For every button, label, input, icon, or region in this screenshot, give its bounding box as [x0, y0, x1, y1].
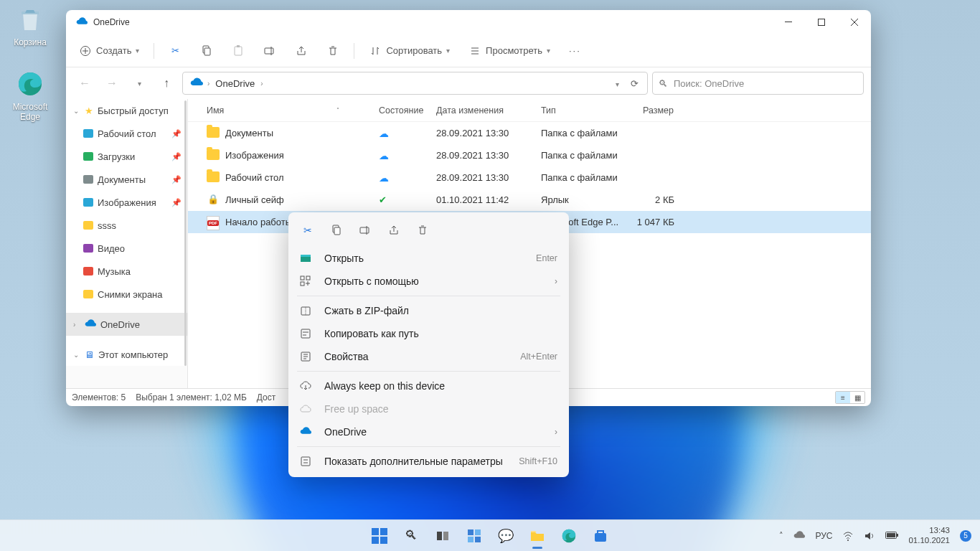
- col-type[interactable]: Тип: [541, 99, 627, 121]
- ctx-rename-button[interactable]: [353, 220, 377, 241]
- search-button[interactable]: 🔍︎: [397, 522, 425, 550]
- refresh-button[interactable]: ⟳: [626, 78, 643, 89]
- cut-button[interactable]: ✂: [161, 40, 189, 62]
- more-button[interactable]: ···: [562, 41, 588, 60]
- minimize-button[interactable]: [772, 10, 805, 34]
- ctx-properties[interactable]: Свойства Alt+Enter: [288, 345, 569, 368]
- menu-separator: [297, 296, 560, 296]
- search-box[interactable]: 🔍︎ Поиск: OneDrive: [652, 72, 864, 95]
- ctx-show-more[interactable]: Показать дополнительные параметры Shift+…: [288, 450, 569, 473]
- svg-rect-23: [372, 537, 379, 544]
- sidebar-quick-access[interactable]: ⌄ ★ Быстрый доступ: [66, 99, 187, 122]
- sidebar-this-pc[interactable]: ⌄ 🖥 Этот компьютер: [66, 343, 187, 366]
- sidebar-item[interactable]: Изображения📌: [66, 191, 187, 214]
- chevron-down-icon[interactable]: ⌄: [73, 351, 80, 359]
- titlebar[interactable]: OneDrive: [66, 10, 871, 34]
- back-button[interactable]: ←: [73, 72, 96, 95]
- file-row[interactable]: Документы☁28.09.2021 13:30Папка с файлам…: [188, 122, 871, 144]
- maximize-button[interactable]: [805, 10, 838, 34]
- col-name[interactable]: Имя˄: [198, 99, 379, 121]
- sidebar-onedrive[interactable]: › OneDrive: [66, 313, 187, 336]
- address-dropdown-button[interactable]: ▾: [608, 78, 626, 89]
- pdf-icon: [207, 216, 220, 230]
- sidebar-item[interactable]: Снимки экрана: [66, 283, 187, 306]
- copy-path-icon: [300, 328, 313, 339]
- chevron-right-icon[interactable]: ›: [73, 321, 80, 329]
- widgets-button[interactable]: [460, 522, 489, 550]
- wifi-icon[interactable]: [842, 530, 854, 542]
- address-bar[interactable]: › OneDrive › ▾ ⟳: [182, 72, 648, 95]
- share-button[interactable]: [288, 40, 315, 62]
- sidebar-item[interactable]: ssss: [66, 214, 187, 237]
- recent-locations-button[interactable]: ▾: [128, 72, 151, 95]
- paste-button[interactable]: [225, 40, 252, 62]
- sidebar-item[interactable]: Загрузки📌: [66, 145, 187, 168]
- battery-icon[interactable]: [885, 532, 898, 540]
- chevron-down-icon[interactable]: ⌄: [73, 107, 80, 115]
- close-button[interactable]: [838, 10, 871, 34]
- rename-button[interactable]: [256, 40, 283, 62]
- notification-badge[interactable]: 5: [960, 530, 971, 542]
- svg-rect-1: [785, 22, 792, 22]
- paste-icon: [232, 44, 245, 57]
- file-row[interactable]: 🔒Личный сейф✔01.10.2021 11:42Ярлык2 КБ: [188, 189, 871, 211]
- sort-button[interactable]: Сортировать ▾: [362, 40, 457, 62]
- share-icon: [388, 225, 400, 236]
- sidebar-item[interactable]: Видео: [66, 237, 187, 260]
- col-state[interactable]: Состояние: [379, 99, 436, 121]
- status-selected: Выбран 1 элемент: 1,02 МБ: [136, 392, 247, 402]
- sidebar-item[interactable]: Рабочий стол📌: [66, 122, 187, 145]
- ctx-open[interactable]: Открыть Enter: [288, 247, 569, 270]
- sidebar-item[interactable]: Музыка: [66, 260, 187, 283]
- file-row[interactable]: Изображения☁28.09.2021 13:30Папка с файл…: [188, 144, 871, 166]
- chat-button[interactable]: 💬: [491, 522, 520, 550]
- sidebar-item[interactable]: Документы📌: [66, 168, 187, 191]
- new-button[interactable]: Создать ▾: [72, 40, 146, 62]
- task-view-button[interactable]: [428, 522, 457, 550]
- onedrive-tray-icon[interactable]: [793, 530, 805, 542]
- desktop-icon-recycle-bin[interactable]: Корзина: [4, 4, 56, 47]
- chevron-down-icon: ▾: [446, 47, 450, 55]
- folder-icon: [83, 244, 93, 253]
- file-row[interactable]: Рабочий стол☁28.09.2021 13:30Папка с фай…: [188, 166, 871, 189]
- cloud-status-icon: ☁: [379, 150, 389, 161]
- file-date: 28.09.2021 13:30: [436, 172, 541, 183]
- volume-icon[interactable]: [864, 530, 875, 542]
- ctx-open-with[interactable]: Открыть с помощью ›: [288, 270, 569, 293]
- explorer-taskbar-button[interactable]: [523, 522, 552, 550]
- ctx-always-keep[interactable]: Always keep on this device: [288, 375, 569, 397]
- ctx-cut-button[interactable]: ✂: [296, 220, 320, 241]
- ctx-zip[interactable]: Сжать в ZIP-файл: [288, 299, 569, 322]
- thumbnails-view-button[interactable]: ▦: [850, 392, 864, 403]
- desktop-icon-edge[interactable]: Microsoft Edge: [4, 69, 56, 122]
- context-menu: ✂ Открыть Enter Открыть с помощью › Сжат…: [288, 212, 569, 477]
- ctx-copy-path[interactable]: Копировать как путь: [288, 322, 569, 345]
- ctx-copy-button[interactable]: [324, 220, 349, 241]
- details-view-button[interactable]: ≡: [836, 392, 850, 403]
- ctx-delete-button[interactable]: [410, 220, 435, 241]
- start-button[interactable]: [365, 522, 394, 550]
- folder-icon: [83, 267, 93, 276]
- ctx-share-button[interactable]: [382, 220, 406, 241]
- chevron-right-icon[interactable]: ›: [206, 80, 211, 88]
- language-indicator[interactable]: РУС: [815, 531, 832, 541]
- up-button[interactable]: ↑: [155, 72, 178, 95]
- sidebar-item-label: Документы: [98, 174, 146, 185]
- chevron-right-icon[interactable]: ›: [259, 80, 264, 88]
- tray-chevron-up[interactable]: ˄: [779, 531, 783, 540]
- edge-taskbar-button[interactable]: [555, 522, 583, 550]
- file-name: Изображения: [225, 150, 284, 161]
- sidebar-scrollbar[interactable]: [184, 100, 187, 366]
- breadcrumb-onedrive[interactable]: OneDrive: [211, 77, 259, 90]
- delete-button[interactable]: [319, 40, 347, 62]
- ctx-onedrive[interactable]: OneDrive ›: [288, 420, 569, 443]
- col-date[interactable]: Дата изменения: [436, 99, 541, 121]
- svg-rect-21: [372, 528, 379, 535]
- col-size[interactable]: Размер: [627, 99, 679, 121]
- forward-button[interactable]: →: [100, 72, 123, 95]
- folder-icon: [83, 175, 93, 184]
- store-taskbar-button[interactable]: [586, 522, 615, 550]
- view-button[interactable]: Просмотреть ▾: [461, 40, 557, 62]
- copy-button[interactable]: [193, 40, 220, 62]
- clock[interactable]: 13:43 01.10.2021: [908, 526, 950, 545]
